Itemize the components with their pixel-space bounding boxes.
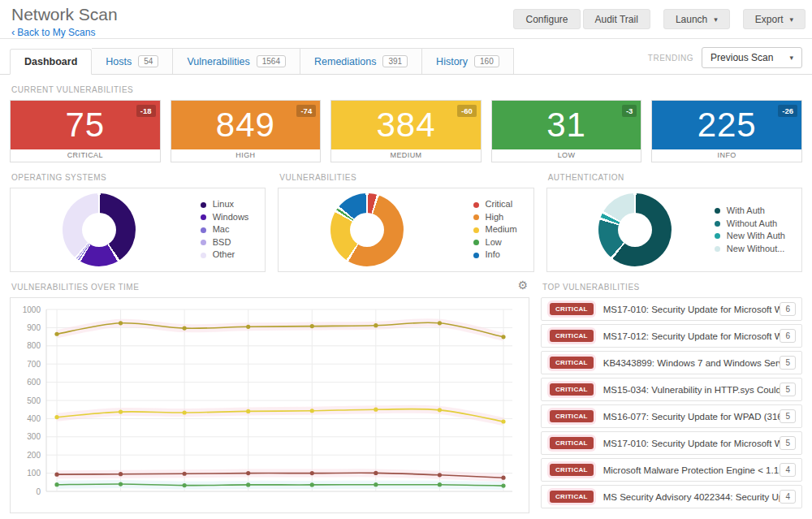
severity-badge: CRITICAL [550,303,594,315]
authentication-legend: With Auth Without Auth New With Auth New… [715,205,785,255]
authentication-donut-chart[interactable] [598,193,672,266]
line-chart-svg: 01002003004005006007008009001000 [12,300,525,509]
low-card[interactable]: 31-3 LOW [491,100,642,162]
tab-remediations[interactable]: Remediations391 [300,48,422,74]
tab-hosts[interactable]: Hosts54 [92,48,173,74]
instance-count[interactable]: 5 [780,436,796,450]
legend-item: New Without... [715,243,785,256]
chevron-down-icon: ▾ [789,15,793,24]
info-card[interactable]: 225-26 INFO [651,100,802,162]
authentication-chart-panel: With Auth Without Auth New With Auth New… [546,188,802,272]
svg-text:300: 300 [27,432,41,441]
svg-text:700: 700 [27,360,41,369]
tab-count-badge: 391 [382,55,408,67]
instance-count[interactable]: 5 [780,383,796,396]
vulnerability-row[interactable]: CRITICALMicrosoft Malware Protection Eng… [541,458,802,482]
operating-systems-legend: Linux Windows Mac BSD Other [201,198,249,262]
severity-badge: CRITICAL [550,330,594,342]
header-actions: Configure Audit Trail Launch▾ Export▾ [513,9,806,29]
severity-badge: CRITICAL [550,383,594,396]
vulnerabilities-legend: Critical High Medium Low Info [473,198,517,262]
vulnerabilities-donut-chart[interactable] [330,193,404,266]
top-bar: Network Scan ‹Back to My Scans Configure… [0,0,812,39]
settings-gear-icon[interactable]: ⚙ [517,279,528,292]
vulnerability-row[interactable]: CRITICALKB4343899: Windows 7 and Windows… [541,351,802,374]
legend-item: High [473,211,517,224]
tab-dashboard[interactable]: Dashboard [10,49,92,75]
trend-delta-badge: -60 [457,105,477,117]
high-card[interactable]: 849-74 HIGH [171,100,322,162]
top-vulnerabilities-list: CRITICALMS17-010: Security Update for Mi… [541,297,802,508]
svg-text:500: 500 [27,396,41,405]
chevron-left-icon: ‹ [11,26,15,38]
svg-text:600: 600 [27,378,41,387]
tab-count-badge: 160 [474,55,499,67]
operating-systems-chart-panel: Linux Windows Mac BSD Other [10,188,266,272]
vulnerability-row[interactable]: CRITICALMS16-077: Security Update for WP… [541,404,802,428]
trend-delta-badge: -3 [622,105,637,117]
section-vulnerabilities: VULNERABILITIES [279,173,532,182]
legend-item: New With Auth [715,230,785,243]
legend-item: Critical [473,198,517,211]
section-operating-systems: OPERATING SYSTEMS [11,173,264,182]
vulnerability-row[interactable]: CRITICALMS17-012: Security Update for Mi… [541,324,802,348]
section-top-vulnerabilities: TOP VULNERABILITIES [542,283,801,292]
vulnerabilities-chart-panel: Critical High Medium Low Info [278,188,533,272]
severity-badge: CRITICAL [550,410,594,422]
critical-card[interactable]: 75-18 CRITICAL [10,100,161,162]
trending-select[interactable]: Previous Scan▾ [702,47,802,68]
section-current-vulnerabilities: CURRENT VULNERABILITIES [11,85,801,94]
instance-count[interactable]: 4 [780,490,796,504]
svg-text:900: 900 [27,323,41,332]
legend-item: Low [473,236,517,249]
instance-count[interactable]: 4 [780,463,796,477]
trend-delta-badge: -74 [296,105,316,117]
operating-systems-donut-chart[interactable] [63,193,136,266]
export-button[interactable]: Export▾ [743,9,806,29]
instance-count[interactable]: 6 [780,302,796,316]
vulnerability-row[interactable]: CRITICALMS17-010: Security Update for Mi… [541,297,802,321]
trend-delta-badge: -26 [778,105,797,117]
instance-count[interactable]: 5 [780,356,796,370]
vulnerability-row[interactable]: CRITICALMS15-034: Vulnerability in HTTP.… [541,378,802,401]
instance-count[interactable]: 6 [780,329,796,343]
legend-item: BSD [201,236,249,249]
severity-badge: CRITICAL [550,437,594,449]
trending-label: TRENDING [648,54,693,63]
tab-history[interactable]: History160 [422,48,514,74]
svg-text:800: 800 [27,341,41,350]
tab-count-badge: 54 [138,55,158,67]
back-link[interactable]: ‹Back to My Scans [11,26,95,38]
legend-item: Other [201,249,249,262]
medium-card[interactable]: 384-60 MEDIUM [330,100,482,162]
instance-count[interactable]: 5 [780,409,796,423]
vulnerabilities-over-time-chart[interactable]: 01002003004005006007008009001000 [10,297,529,513]
legend-item: Info [473,249,517,262]
trending-control: TRENDING Previous Scan▾ [648,47,802,74]
svg-text:200: 200 [27,451,41,460]
chevron-down-icon: ▾ [789,54,793,62]
severity-badge: CRITICAL [550,464,594,476]
severity-cards: 75-18 CRITICAL 849-74 HIGH 384-60 MEDIUM… [10,100,802,162]
trend-delta-badge: -18 [136,105,156,117]
tab-vulnerabilities[interactable]: Vulnerabilities1564 [173,48,300,74]
severity-badge: CRITICAL [550,491,594,503]
section-authentication: AUTHENTICATION [548,173,801,182]
svg-text:400: 400 [27,414,41,423]
section-vulnerabilities-over-time: VULNERABILITIES OVER TIME [11,283,139,292]
severity-badge: CRITICAL [550,357,594,369]
configure-button[interactable]: Configure [513,9,580,29]
tab-bar: Dashboard Hosts54 Vulnerabilities1564 Re… [0,39,812,75]
svg-text:1000: 1000 [23,305,41,314]
audit-trail-button[interactable]: Audit Trail [583,9,650,29]
vulnerability-row[interactable]: CRITICALMS17-010: Security Update for Mi… [541,431,802,455]
svg-text:100: 100 [27,469,41,478]
vulnerability-row[interactable]: CRITICALMS Security Advisory 4022344: Se… [541,485,802,508]
tab-count-badge: 1564 [257,55,286,67]
legend-item: Windows [201,211,249,224]
legend-item: Medium [473,223,517,236]
launch-button[interactable]: Launch▾ [663,9,730,29]
legend-item: Without Auth [715,218,785,231]
legend-item: Mac [201,223,249,236]
legend-item: With Auth [715,205,785,218]
